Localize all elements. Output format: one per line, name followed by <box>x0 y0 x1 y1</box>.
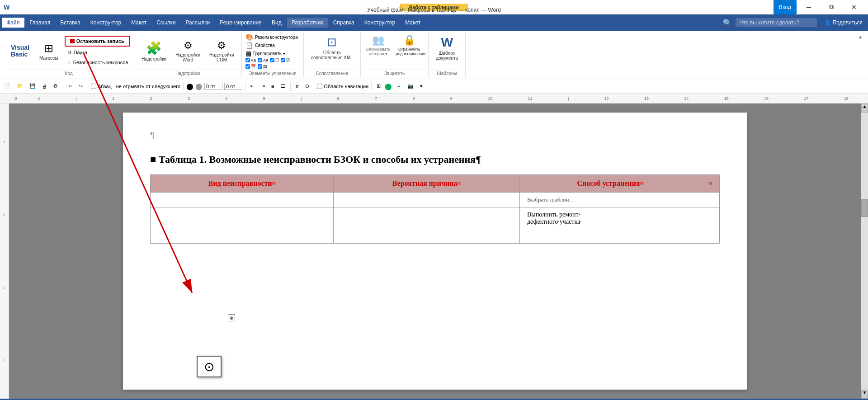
minimize-button[interactable]: ─ <box>798 0 819 14</box>
menu-insert[interactable]: Вставка <box>56 18 85 28</box>
scroll-thumb[interactable] <box>861 199 868 217</box>
share-button[interactable]: 👤 Поделиться <box>821 18 866 28</box>
custom-button[interactable]: ⚙ <box>51 82 60 90</box>
menu-developer[interactable]: Разработчик <box>287 18 328 28</box>
align-left-button[interactable]: ≡ <box>269 82 276 90</box>
table-cell-1-3[interactable]: Выбрать шаблон… <box>519 193 701 207</box>
table-cell-2-2[interactable] <box>334 207 520 244</box>
table-header-col4: ¤ <box>701 175 720 193</box>
macro-tooltip: ⊙ <box>197 356 222 377</box>
scroll-up-button[interactable]: ▲ <box>861 104 868 113</box>
menu-layout[interactable]: Макет <box>127 18 151 28</box>
pi-button[interactable]: π <box>293 82 302 90</box>
arrow-right-button[interactable]: → <box>394 82 403 90</box>
omega-button[interactable]: Ω <box>303 82 311 90</box>
title-bar: W Работа с таблицами Учебный файл_Макрос… <box>0 0 868 14</box>
redo-button[interactable]: ↪ <box>76 82 85 90</box>
menu-constructor[interactable]: Конструктор <box>86 18 126 28</box>
login-button[interactable]: Вход <box>774 0 797 14</box>
menu-layout2[interactable]: Макет <box>401 18 425 28</box>
checkbox-3[interactable]: ☐ <box>270 58 279 62</box>
ribbon-collapse-button[interactable]: ▲ <box>858 34 863 39</box>
menu-home[interactable]: Главная <box>25 18 55 28</box>
menu-file[interactable]: Файл <box>2 18 24 28</box>
menu-mailings[interactable]: Рассылки <box>181 18 214 28</box>
addins-word-button[interactable]: ⚙ НадстройкиWord <box>172 38 204 64</box>
table-header-col1: Вид неисправности¤ <box>151 175 334 193</box>
ruler: -2 -1|12345| 67891011| 12131415161718 <box>0 94 868 104</box>
menu-help[interactable]: Справка <box>329 18 359 28</box>
open-button[interactable]: 📁 <box>14 82 25 90</box>
pause-button[interactable]: ⏸ Пауза <box>65 48 131 56</box>
save-button[interactable]: 💾 <box>27 82 38 90</box>
restrict-edit-button[interactable]: 🔒 Ограничитьредактирование <box>394 33 425 57</box>
pause-icon: ⏸ <box>67 50 72 55</box>
ribbon: VisualBasic ⊞ Макросы Остановить запись <box>0 31 868 79</box>
document-area: 1234 ¶ ■ Таблица 1. Возможные неисправно… <box>0 104 868 399</box>
align-center-button[interactable]: ☰ <box>278 82 288 90</box>
document-table: Вид неисправности¤ Вероятная причина¤ Сп… <box>150 174 720 244</box>
indent-dec-button[interactable]: ⇤ <box>248 82 257 90</box>
checkbox-2[interactable]: Аа <box>258 58 268 62</box>
table-row-2: Выполнить ремонт·дефектного·участка· <box>151 207 720 244</box>
para-checkbox[interactable]: Абзац - не отрывать от следующего <box>91 84 180 89</box>
document-template-button[interactable]: W Шаблондокумента <box>432 33 462 62</box>
scroll-down-button[interactable]: ▼ <box>861 390 868 399</box>
controls-group-label: Элементы управления <box>245 70 300 76</box>
ribbon-group-protect: 👥 Блокироватьавторов ▾ 🔒 Ограничитьредак… <box>361 33 429 77</box>
circle-gray-icon: ⬤ <box>195 83 203 90</box>
table-cell-2-4[interactable] <box>701 207 720 244</box>
ribbon-group-code: VisualBasic ⊞ Макросы Остановить запись <box>4 33 134 77</box>
spacing-before-input[interactable] <box>204 83 222 90</box>
paragraph-mark: ¶ <box>150 131 720 140</box>
undo-button[interactable]: ↩ <box>66 82 75 90</box>
addins-button[interactable]: 🧩 Надстройки <box>138 39 170 63</box>
visual-basic-button[interactable]: VisualBasic <box>7 42 33 60</box>
checkbox-4[interactable]: ☑ <box>281 58 290 62</box>
design-mode-icon: 🎨 <box>245 33 253 41</box>
macros-button[interactable]: ⊞ Макросы <box>36 40 62 62</box>
properties-icon: 📋 <box>245 42 253 49</box>
view-grid-button[interactable]: ⊞ <box>374 82 383 90</box>
checkbox-6[interactable]: ▤ <box>258 64 267 69</box>
search-icon[interactable]: 🔍 <box>723 19 732 27</box>
table-header-col3: Способ устранения¤ <box>519 175 701 193</box>
menu-references[interactable]: Ссылки <box>152 18 180 28</box>
macro-security-button[interactable]: ⚠ Безопасность макросов <box>65 58 131 67</box>
menu-constructor2[interactable]: Конструктор <box>360 18 400 28</box>
new-doc-button[interactable]: 📄 <box>2 82 13 90</box>
camera-button[interactable]: 📷 <box>405 82 416 90</box>
addins-com-button[interactable]: ⚙ НадстройкиCOM <box>206 38 238 64</box>
checkbox-5[interactable]: 📅 <box>245 64 256 69</box>
table-cell-1-2[interactable] <box>334 193 520 207</box>
page-area: ¶ ■ Таблица 1. Возможные неисправности Б… <box>9 104 861 399</box>
properties-button[interactable]: 📋 Свойства <box>245 42 300 49</box>
expand-button[interactable]: ▾ <box>418 82 425 90</box>
restore-button[interactable]: ⧉ <box>821 0 842 14</box>
warning-icon: ⚠ <box>67 60 71 66</box>
spacing-after-input[interactable] <box>224 83 242 90</box>
menu-view[interactable]: Вид <box>267 18 286 28</box>
table-header-row: Вид неисправности¤ Вероятная причина¤ Сп… <box>151 175 720 193</box>
menu-review[interactable]: Рецензирование <box>215 18 266 28</box>
stop-recording-button[interactable]: Остановить запись <box>65 36 131 47</box>
checkbox-1[interactable]: Аа <box>245 58 256 62</box>
table-cell-2-3[interactable]: Выполнить ремонт·дефектного·участка· <box>519 207 701 244</box>
nav-panel-checkbox[interactable]: Область навигации <box>317 84 368 89</box>
table-move-handle[interactable]: ⊕ <box>228 314 235 321</box>
close-button[interactable]: ✕ <box>844 0 864 14</box>
macro-record-icon: ⊙ <box>204 359 214 374</box>
word-logo-icon: W <box>4 4 9 11</box>
table-cell-1-4[interactable] <box>701 193 720 207</box>
xml-mapping-button[interactable]: ⊡ Областьсопоставления XML <box>307 33 357 62</box>
block-authors-button[interactable]: 👥 Блокироватьавторов ▾ <box>364 33 392 57</box>
vertical-scrollbar[interactable]: ▲ ▼ <box>861 104 868 399</box>
search-input[interactable] <box>736 18 817 27</box>
table-cell-2-1[interactable] <box>151 207 334 244</box>
group-button[interactable]: ▦ Группировать ▾ <box>245 50 300 57</box>
print-button[interactable]: 🖨 <box>40 82 49 90</box>
indent-inc-button[interactable]: ⇥ <box>259 82 267 90</box>
document-page[interactable]: ¶ ■ Таблица 1. Возможные неисправности Б… <box>123 113 747 390</box>
table-cell-1-1[interactable] <box>151 193 334 207</box>
templates-group-label: Шаблоны <box>432 70 462 76</box>
